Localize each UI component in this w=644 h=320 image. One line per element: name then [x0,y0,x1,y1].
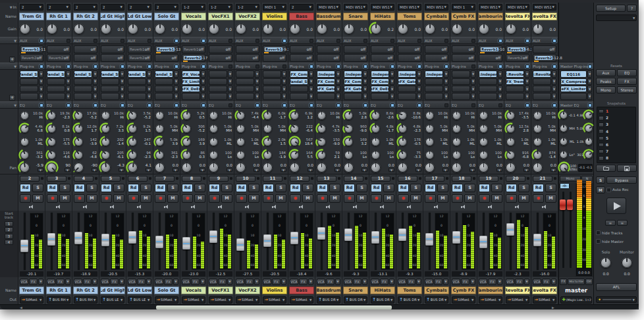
hide-master-checkbox[interactable] [596,239,601,244]
plugin-dropdown-icon[interactable]: ▼ [255,78,259,86]
eq-band-knob[interactable] [155,151,164,159]
channel-name[interactable]: Vocals [181,13,206,20]
vca-dropdown-icon[interactable]: ▼ [119,279,124,285]
channel-name[interactable]: Revolta FX [505,13,530,20]
gain-knob[interactable] [479,24,489,34]
eq-band-knob[interactable] [236,151,245,159]
aux-send[interactable]: off [344,54,367,62]
channel-number[interactable]: 7 [155,176,174,182]
record-arm-button[interactable] [317,194,328,203]
vca-button[interactable]: VCA [128,279,136,285]
eq-band-knob[interactable] [101,124,110,133]
snapshot-slot-button[interactable] [599,149,604,154]
eq-band-knob[interactable] [425,124,434,133]
plugin-dropdown-icon[interactable]: ▼ [390,86,394,93]
channel-name[interactable]: HiHats [370,13,395,20]
mix-to-file-button[interactable]: Mix to File [568,279,585,285]
channel-name-bottom[interactable]: Rh Gt 2 [73,286,98,294]
plugin-dropdown-icon[interactable]: ▼ [336,93,340,100]
channel-fx-button[interactable]: FX [488,279,496,285]
fader-track[interactable] [236,213,244,270]
solo-button[interactable]: S [32,184,43,192]
plugin-chip[interactable] [209,93,227,100]
mute-button[interactable]: M [59,194,70,203]
eq-band-knob[interactable] [209,138,218,146]
collapse-plugins-icon[interactable]: ▼ [14,65,16,68]
mute-button[interactable]: M [329,194,340,203]
plugin-chip[interactable] [398,86,416,93]
read-automation-button[interactable]: Rd [209,184,220,192]
out-select[interactable]: ↑BUS LE▼ [101,296,124,304]
mute-button[interactable]: M [383,194,394,203]
input-select[interactable]: 1-2▼ [209,4,232,11]
pan-dropdown-icon[interactable]: ▼ [200,168,205,172]
help-button[interactable]: ? [627,5,637,12]
plugin-dropdown-icon[interactable]: ▼ [336,86,340,93]
channel-fx-button[interactable]: FX [164,279,173,285]
plugin-dropdown-icon[interactable]: ▼ [363,93,367,100]
pan-dropdown-icon[interactable]: ▼ [92,168,97,172]
play-button[interactable] [606,198,626,214]
fader-track[interactable] [506,213,514,270]
channel-name[interactable]: Revolta FX2 [532,13,557,20]
gain-knob[interactable] [317,24,327,34]
plugin-dropdown-icon[interactable]: ▼ [498,70,502,78]
plugin-chip[interactable] [425,86,443,93]
plugin-dropdown-icon[interactable]: ▼ [390,93,394,100]
pan-dropdown-icon[interactable]: ▼ [550,168,556,172]
fader-handle[interactable] [209,230,217,243]
plugin-chip[interactable]: eFX_DeEs [182,86,200,93]
plugin-chip[interactable] [236,93,254,100]
speaker-icon[interactable] [218,205,223,209]
fader-handle[interactable] [128,231,136,244]
snapshot-item[interactable]: 5 [599,135,634,142]
fader-handle[interactable] [20,240,28,252]
plugin-dropdown-icon[interactable]: ▼ [417,93,421,100]
vca-dropdown-icon[interactable]: ▼ [389,279,394,285]
out-select[interactable]: →StMast▼ [182,296,205,304]
eq-band-knob[interactable] [506,138,515,146]
read-automation-button[interactable]: Rd [290,184,301,192]
plugin-dropdown-icon[interactable]: ▼ [228,78,232,86]
reset-fx-button[interactable]: FX [617,78,637,85]
read-automation-button[interactable]: Rd [47,184,58,192]
fader-track[interactable] [479,213,487,270]
plugin-chip[interactable] [533,78,551,86]
input-select[interactable]: 2▼ [290,4,313,11]
pan-knob[interactable] [74,163,84,173]
plugin-dropdown-icon[interactable]: ▼ [471,86,475,93]
link-left-button[interactable]: ∞ [605,220,616,226]
vca-dropdown-icon[interactable]: ▼ [497,279,502,285]
vca-dropdown-icon[interactable]: ▼ [281,279,286,285]
eq-band-knob[interactable] [47,111,56,120]
input-select[interactable]: MIDI WS1▼ [344,4,367,11]
plugin-chip[interactable] [263,86,281,93]
setup-button[interactable]: Setup [596,5,626,12]
fader-handle[interactable] [101,234,109,246]
reset-stereo-button[interactable]: Stereo [617,86,637,93]
record-arm-button[interactable] [290,194,301,203]
plugin-chip[interactable] [182,93,200,100]
channel-name[interactable]: Bass [289,13,314,20]
plugin-chip[interactable] [533,93,551,100]
auto-rec-checkbox[interactable] [606,188,611,192]
fader-handle[interactable] [317,227,325,240]
plugin-dropdown-icon[interactable]: ▼ [417,78,421,86]
plugin-dropdown-icon[interactable]: ▼ [309,93,313,100]
plugin-dropdown-icon[interactable]: ▼ [525,78,529,86]
gain-knob[interactable] [74,24,84,34]
pan-dropdown-icon[interactable]: ▼ [281,168,286,172]
vca-button[interactable]: VCA [155,279,163,285]
plugin-chip[interactable]: eFX_Comp [371,78,389,86]
gain-knob[interactable] [20,24,30,34]
eq-band-knob[interactable] [155,111,164,120]
input-select[interactable]: 2▼ [20,4,43,11]
eq-band-knob[interactable] [533,124,542,133]
eq-band-knob[interactable] [155,138,164,146]
plugin-dropdown-icon[interactable]: ▼ [498,93,502,100]
speaker-icon[interactable] [326,205,331,209]
fader-track[interactable] [128,213,136,270]
pan-knob[interactable] [182,163,192,173]
pan-knob[interactable] [236,163,246,173]
pan-dropdown-icon[interactable]: ▼ [65,168,70,172]
